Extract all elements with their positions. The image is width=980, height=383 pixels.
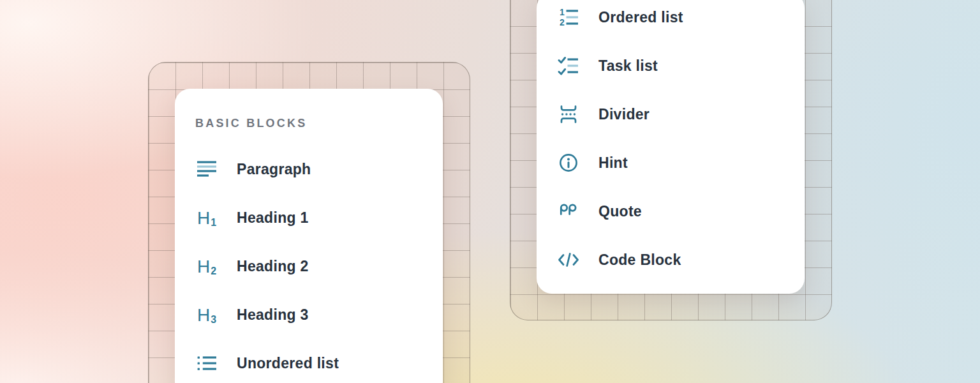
code-block-icon — [557, 248, 580, 271]
menu-item-label: Hint — [598, 154, 628, 172]
menu-item-paragraph[interactable]: Paragraph — [175, 145, 443, 193]
heading-1-icon: H1 — [195, 206, 218, 229]
menu-item-label: Paragraph — [237, 161, 311, 178]
menu-item-label: Divider — [598, 106, 650, 123]
hero-illustration: BASIC BLOCKS ParagraphH1Heading 1H2Headi… — [0, 0, 980, 383]
paragraph-icon — [195, 158, 218, 181]
task-list-icon — [557, 54, 580, 77]
quote-icon — [557, 200, 580, 223]
hint-icon — [557, 151, 580, 174]
menu-item-label: Heading 3 — [237, 306, 309, 324]
menu-item-label: Quote — [598, 203, 642, 220]
heading-3-icon: H3 — [195, 303, 218, 326]
svg-text:1: 1 — [560, 7, 565, 17]
unordered-list-icon — [195, 352, 218, 375]
divider-icon — [557, 103, 580, 126]
basic-blocks-menu: BASIC BLOCKS ParagraphH1Heading 1H2Headi… — [175, 89, 443, 383]
menu-item-heading-1[interactable]: H1Heading 1 — [175, 193, 443, 242]
menu-item-label: Task list — [598, 57, 658, 75]
menu-item-unordered-list[interactable]: Unordered list — [175, 339, 443, 383]
more-blocks-menu: 1 2 Ordered list Task list Divider Hint — [537, 0, 805, 294]
menu-item-task-list[interactable]: Task list — [537, 41, 805, 90]
menu-item-divider[interactable]: Divider — [537, 90, 805, 139]
menu-item-label: Heading 2 — [237, 258, 309, 275]
more-blocks-list: 1 2 Ordered list Task list Divider Hint — [537, 0, 805, 284]
menu-item-heading-3[interactable]: H3Heading 3 — [175, 290, 443, 339]
menu-item-code-block[interactable]: Code Block — [537, 236, 805, 284]
menu-item-hint[interactable]: Hint — [537, 139, 805, 187]
menu-item-heading-2[interactable]: H2Heading 2 — [175, 242, 443, 290]
menu-item-label: Ordered list — [598, 9, 683, 26]
menu-item-quote[interactable]: Quote — [537, 187, 805, 236]
svg-text:2: 2 — [560, 17, 565, 27]
menu-item-label: Code Block — [598, 252, 681, 269]
ordered-list-icon: 1 2 — [557, 6, 580, 29]
section-label-basic-blocks: BASIC BLOCKS — [175, 117, 443, 130]
menu-item-label: Heading 1 — [237, 209, 309, 227]
menu-item-ordered-list[interactable]: 1 2 Ordered list — [537, 0, 805, 41]
basic-blocks-list: ParagraphH1Heading 1H2Heading 2H3Heading… — [175, 145, 443, 383]
menu-item-label: Unordered list — [237, 355, 339, 372]
heading-2-icon: H2 — [195, 255, 218, 278]
